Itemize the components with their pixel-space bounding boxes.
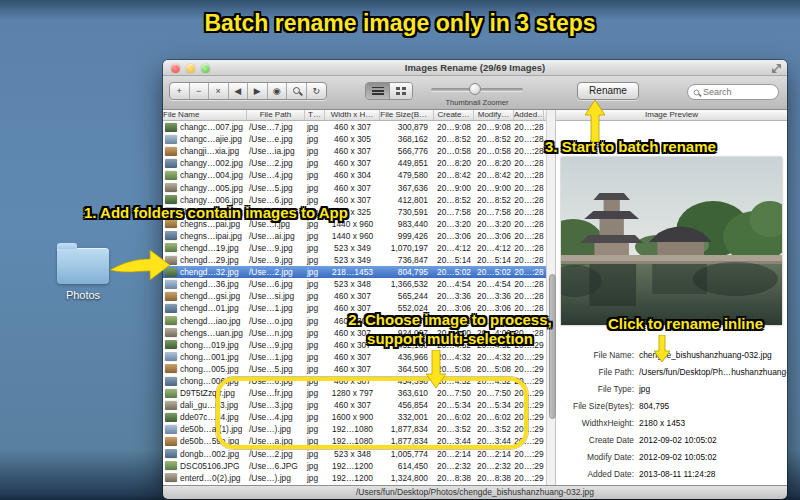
added-date-cell: 20…:28 (514, 146, 544, 156)
next-button[interactable]: ▶ (248, 83, 268, 99)
remove-button[interactable]: − (190, 83, 210, 99)
table-row[interactable]: DSC05106.JPG /Use…6.JPG jpg 192…1200 614… (163, 460, 546, 472)
added-date-cell: 20…:29 (514, 461, 544, 471)
added-date-cell: 20…:29 (514, 473, 544, 483)
file-type-cell: jpg (305, 316, 325, 326)
slider-knob[interactable] (469, 83, 481, 95)
previous-button[interactable]: ◀ (229, 83, 249, 99)
file-type-cell: jpg (305, 170, 325, 180)
info-field[interactable]: Added Date: 2013-08-11 11:24:28 (556, 465, 787, 482)
rename-button[interactable]: Rename (577, 82, 639, 100)
preview-panel: Image Preview (556, 110, 787, 485)
table-scrollbar[interactable] (546, 110, 556, 485)
close-window-icon[interactable] (171, 64, 180, 73)
column-header-type[interactable]: T… (305, 110, 325, 120)
step2-annotation: 2. Choose image to process, support mult… (330, 310, 570, 348)
grid-view-button[interactable] (389, 83, 412, 99)
file-size-cell: 999,426 (380, 231, 434, 241)
file-name-cell: chong…005.jpg (180, 364, 239, 374)
refresh-button[interactable]: ↻ (307, 83, 327, 99)
table-row[interactable]: changy…002.jpg /Use…2.jpg jpg 460 x 307 … (163, 157, 546, 169)
add-button[interactable]: + (170, 83, 190, 99)
table-row[interactable]: chong…005.jpg /Use…5.jpg jpg 460 x 307 3… (163, 363, 546, 375)
table-row[interactable]: chengd…gsi.jpg /Use…si.jpg jpg 460 x 307… (163, 290, 546, 302)
toolbar: +−×◀▶◉↻ Thumbnail Zoomer Rename (163, 76, 787, 110)
arrow-down-icon (426, 350, 446, 388)
file-name-cell: chengd…01.jpg (180, 303, 239, 313)
file-size-cell: 1,070,197 (380, 243, 434, 253)
file-name-cell: changc…007.jpg (180, 122, 243, 132)
file-thumbnail-icon (165, 159, 177, 168)
zoom-window-icon[interactable] (201, 64, 210, 73)
modify-date-cell: 20…5:02 (474, 267, 514, 277)
info-field-value: 804,795 (639, 401, 669, 411)
table-row[interactable]: changy…004.jpg /Use…4.jpg jpg 460 x 304 … (163, 169, 546, 181)
step1-annotation: 1. Add folders contain images to App (84, 204, 348, 221)
file-size-cell: 730,591 (380, 207, 434, 217)
delete-button[interactable]: × (209, 83, 229, 99)
info-field[interactable]: Modify Date: 2012-09-02 10:05:02 (556, 448, 787, 465)
info-field[interactable]: File Path: /Users/fun/Desktop/Ph…hushanz… (556, 364, 787, 381)
arrow-right-icon (108, 246, 172, 284)
file-name-cell: chengd…32.jpg (180, 267, 239, 277)
file-thumbnail-icon (165, 231, 177, 240)
table-row[interactable]: chengd…29.jpg /Use…9.jpg jpg 523 x 349 7… (163, 254, 546, 266)
table-row[interactable]: enterd…0(2).jpg /Use…).jpg jpg 192…1200 … (163, 472, 546, 484)
minimize-window-icon[interactable] (186, 64, 195, 73)
file-thumbnail-icon (165, 352, 177, 361)
info-field[interactable]: WidthxHeight: 2180 x 1453 (556, 415, 787, 432)
info-field-label: File Path: (556, 367, 634, 377)
file-thumbnail-icon (165, 183, 177, 192)
info-field[interactable]: File Name: chengde_bishushanzhuang-032.j… (556, 347, 787, 364)
table-row[interactable]: chengd…36.jpg /Use…6.jpg jpg 523 x 348 1… (163, 278, 546, 290)
file-thumbnail-icon (165, 328, 177, 337)
list-view-button[interactable] (366, 83, 389, 99)
search-field[interactable] (687, 84, 779, 100)
modify-date-cell: 20…3:36 (474, 291, 514, 301)
modify-date-cell: 20…3:20 (474, 219, 514, 229)
info-field-label: WidthxHeight: (556, 418, 634, 428)
zoom-button[interactable] (287, 83, 307, 99)
file-path-cell: /Use…ai.jpg (247, 231, 305, 241)
create-date-cell: 20…3:06 (434, 231, 474, 241)
column-header-modified[interactable]: Modify… (474, 110, 514, 120)
preview-button[interactable]: ◉ (268, 83, 288, 99)
file-size-cell: 614,450 (380, 461, 434, 471)
file-path-cell: /Use…o.jpg (247, 316, 305, 326)
file-thumbnail-icon (165, 401, 177, 410)
column-header-dims[interactable]: Width x H… (325, 110, 380, 120)
table-row[interactable]: chengd…32.jpg /Use…2.jpg jpg 218…1453 80… (163, 266, 546, 278)
table-row[interactable]: chong…001.jpg /Use…1.jpg jpg 460 x 307 4… (163, 351, 546, 363)
added-date-cell: 20…:28 (514, 243, 544, 253)
thumbnail-zoomer-slider[interactable] (431, 88, 523, 91)
info-field[interactable]: File Type: jpg (556, 381, 787, 398)
column-header-size[interactable]: File Size(B… (380, 110, 434, 120)
search-input[interactable] (703, 87, 773, 97)
info-field[interactable]: Create Date 2012-09-02 10:05:02 (556, 431, 787, 448)
create-date-cell: 20…7:58 (434, 207, 474, 217)
table-row[interactable]: chegns…ipai.jpg /Use…ai.jpg jpg 1440 x 9… (163, 230, 546, 242)
table-row[interactable]: dongb…002.jpg /Use…2.jpg jpg 523 x 348 1… (163, 448, 546, 460)
info-field[interactable]: File Size(Bytes): 804,795 (556, 398, 787, 415)
table-row[interactable]: changy…005.jpg /Use…5.jpg jpg 460 x 307 … (163, 181, 546, 193)
column-header-path[interactable]: File Path (247, 110, 305, 120)
dimensions-cell: 460 x 307 (325, 291, 380, 301)
table-row[interactable]: changc…007.jpg /Use…7.jpg jpg 460 x 307 … (163, 121, 546, 133)
photos-folder[interactable]: Photos (50, 240, 116, 301)
file-path-cell: /Use…6.JPG (247, 461, 305, 471)
window-titlebar[interactable]: Images Rename (29/69 Images) (163, 60, 787, 76)
window-title: Images Rename (29/69 Images) (405, 62, 545, 73)
table-row[interactable]: changc…ajie.jpg /Use…e.jpg jpg 460 x 305… (163, 133, 546, 145)
table-row[interactable]: chengd…19.jpg /Use…9.jpg jpg 523 x 349 1… (163, 242, 546, 254)
table-row[interactable]: changji…xia.jpg /Use…ia.jpg jpg 460 x 30… (163, 145, 546, 157)
added-date-cell: 20…:28 (514, 231, 544, 241)
column-header-added[interactable]: Added… (514, 110, 544, 120)
column-header-created[interactable]: Create… (434, 110, 474, 120)
expand-icon[interactable] (772, 64, 781, 73)
table-header[interactable]: File NameFile PathT…Width x H…File Size(… (163, 110, 546, 121)
column-header-name[interactable]: File Name (163, 110, 247, 120)
toolbar-button-group: +−×◀▶◉↻ (169, 82, 327, 100)
file-type-cell: jpg (305, 243, 325, 253)
file-size-cell: 983,440 (380, 219, 434, 229)
desktop: Photos Images Rename (29/69 Images) +−×◀… (0, 0, 800, 500)
